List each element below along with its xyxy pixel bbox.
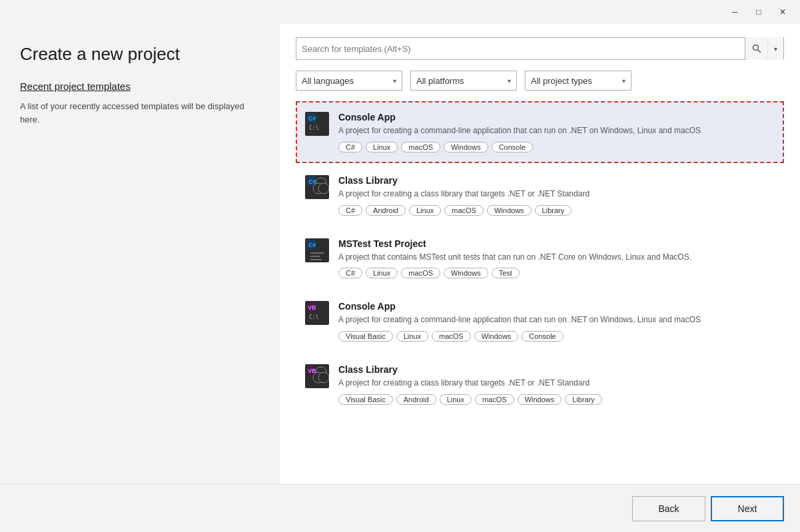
- platform-filter-label: All platforms: [416, 76, 464, 86]
- back-button[interactable]: Back: [632, 496, 705, 521]
- template-tag: C#: [338, 268, 362, 278]
- template-tags: C#AndroidLinuxmacOSWindowsLibrary: [338, 205, 775, 216]
- platform-filter[interactable]: All platforms ▾: [410, 71, 517, 91]
- project-type-chevron-icon: ▾: [622, 77, 625, 85]
- template-tag: Linux: [366, 268, 398, 278]
- template-tags: C#LinuxmacOSWindowsTest: [338, 268, 775, 278]
- main-content: Create a new project Recent project temp…: [0, 24, 800, 484]
- template-info: Console App A project for creating a com…: [338, 301, 775, 342]
- maximize-button[interactable]: □: [749, 5, 768, 19]
- svg-text:C#: C#: [308, 115, 316, 122]
- template-tag: Android: [396, 394, 436, 405]
- language-chevron-icon: ▾: [393, 77, 396, 85]
- recent-templates-desc: A list of your recently accessed templat…: [20, 100, 260, 126]
- search-input[interactable]: [296, 44, 745, 54]
- template-list: C# C:\ _ Console App A project for creat…: [296, 101, 784, 484]
- template-name: Class Library: [338, 364, 775, 375]
- template-icon: C#: [305, 238, 329, 262]
- filter-row: All languages ▾ All platforms ▾ All proj…: [296, 71, 784, 91]
- template-info: Console App A project for creating a com…: [338, 112, 775, 152]
- template-tag: C#: [338, 205, 362, 216]
- template-tag: Visual Basic: [338, 331, 393, 342]
- template-tags: Visual BasicLinuxmacOSWindowsConsole: [338, 331, 775, 342]
- template-tag: Windows: [474, 331, 519, 342]
- template-item[interactable]: C# C:\ _ Console App A project for creat…: [296, 101, 784, 163]
- left-panel: Create a new project Recent project temp…: [0, 24, 280, 484]
- template-tag: Android: [366, 205, 406, 216]
- svg-text:_: _: [309, 128, 312, 133]
- template-tag: Windows: [444, 268, 488, 278]
- template-tags: C#LinuxmacOSWindowsConsole: [338, 142, 775, 152]
- template-tag: Windows: [487, 205, 532, 216]
- template-tag: Windows: [444, 142, 488, 152]
- svg-text:C#: C#: [308, 242, 316, 248]
- project-type-filter-label: All project types: [531, 76, 592, 86]
- template-tag: Linux: [440, 394, 472, 405]
- search-icon: [752, 44, 761, 53]
- close-button[interactable]: ✕: [773, 5, 792, 19]
- footer: Back Next: [0, 484, 800, 532]
- template-tag: C#: [338, 142, 362, 152]
- search-icon-btn[interactable]: [745, 37, 767, 60]
- next-button[interactable]: Next: [711, 496, 784, 521]
- template-desc: A project for creating a command-line ap…: [338, 125, 775, 136]
- template-name: MSTest Test Project: [338, 238, 775, 249]
- template-name: Console App: [338, 112, 775, 123]
- template-tag: Visual Basic: [338, 394, 393, 405]
- template-tag: Library: [535, 205, 572, 216]
- template-item[interactable]: VB Class Library A project for creating …: [296, 354, 784, 415]
- language-filter[interactable]: All languages ▾: [296, 71, 402, 91]
- template-tag: Windows: [518, 394, 562, 405]
- template-tag: macOS: [475, 394, 514, 405]
- svg-text:C:\: C:\: [309, 314, 319, 320]
- chevron-down-icon: ▾: [774, 45, 777, 53]
- title-bar: ─ □ ✕: [0, 0, 800, 24]
- template-desc: A project for creating a class library t…: [338, 378, 775, 389]
- template-tag: macOS: [401, 268, 440, 278]
- template-tag: Linux: [409, 205, 441, 216]
- template-tag: macOS: [432, 331, 471, 342]
- template-name: Console App: [338, 301, 775, 312]
- template-icon: C#: [305, 175, 329, 199]
- project-type-filter[interactable]: All project types ▾: [525, 71, 631, 91]
- template-desc: A project for creating a class library t…: [338, 188, 775, 200]
- svg-point-0: [753, 45, 758, 51]
- template-desc: A project that contains MSTest unit test…: [338, 252, 775, 263]
- template-name: Class Library: [338, 175, 775, 186]
- template-tags: Visual BasicAndroidLinuxmacOSWindowsLibr…: [338, 394, 775, 405]
- template-icon: VB C:\: [305, 301, 329, 325]
- minimize-button[interactable]: ─: [725, 5, 744, 19]
- template-tag: Test: [492, 268, 520, 278]
- language-filter-label: All languages: [302, 76, 354, 86]
- search-dropdown-btn[interactable]: ▾: [767, 37, 783, 60]
- template-item[interactable]: VB C:\ Console App A project for creatin…: [296, 290, 784, 352]
- right-panel: ▾ All languages ▾ All platforms ▾ All pr…: [280, 24, 800, 484]
- template-info: MSTest Test Project A project that conta…: [338, 238, 775, 279]
- search-bar: ▾: [296, 37, 784, 60]
- template-info: Class Library A project for creating a c…: [338, 364, 775, 405]
- platform-chevron-icon: ▾: [508, 77, 511, 85]
- template-item[interactable]: C# Class Library A project for creating …: [296, 164, 784, 226]
- page-title: Create a new project: [20, 44, 260, 65]
- template-tag: Console: [522, 331, 563, 342]
- template-tag: Linux: [366, 142, 398, 152]
- template-item[interactable]: C# MSTest Test Project A project that co…: [296, 228, 784, 290]
- template-tag: macOS: [401, 142, 440, 152]
- svg-point-13: [318, 183, 329, 194]
- template-icon: VB: [305, 364, 329, 388]
- template-desc: A project for creating a command-line ap…: [338, 314, 775, 326]
- template-tag: macOS: [444, 205, 484, 216]
- svg-line-1: [757, 50, 761, 53]
- svg-text:VB: VB: [308, 304, 316, 311]
- template-tag: Library: [565, 394, 602, 405]
- template-tag: Console: [492, 142, 533, 152]
- template-icon: C# C:\ _: [305, 112, 329, 136]
- recent-templates-title: Recent project templates: [20, 81, 260, 92]
- template-tag: Linux: [396, 331, 428, 342]
- template-info: Class Library A project for creating a c…: [338, 175, 775, 216]
- svg-point-30: [318, 372, 329, 383]
